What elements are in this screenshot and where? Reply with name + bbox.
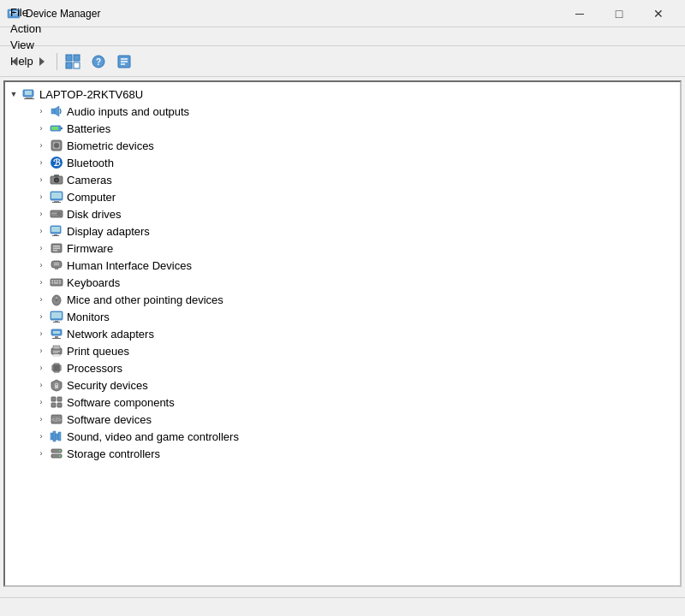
svg-rect-95 xyxy=(57,397,62,401)
svg-rect-74 xyxy=(53,346,60,349)
svg-rect-61 xyxy=(59,282,61,284)
update-button[interactable] xyxy=(112,50,136,74)
label-biometric: Biometric devices xyxy=(67,139,154,152)
svg-marker-21 xyxy=(55,106,59,116)
svg-rect-68 xyxy=(53,322,60,323)
tree-item-hid[interactable]: ›Human Interface Devices xyxy=(5,257,680,274)
icon-cameras xyxy=(50,173,63,187)
chevron-storage: › xyxy=(36,449,46,458)
svg-rect-76 xyxy=(53,352,58,353)
chevron-batteries: › xyxy=(36,124,46,133)
properties-button[interactable]: ? xyxy=(86,50,110,74)
icon-monitors xyxy=(50,310,63,323)
forward-icon xyxy=(34,55,48,68)
svg-point-107 xyxy=(59,455,61,457)
svg-rect-47 xyxy=(53,246,60,247)
forward-button[interactable] xyxy=(29,50,53,74)
tree-item-keyboards[interactable]: ›Keyboards xyxy=(5,274,680,291)
tree-view[interactable]: ▼ LAPTOP-2RKTV68U ›Audio inputs and outp… xyxy=(5,82,680,585)
icon-display xyxy=(50,224,63,238)
icon-keyboards xyxy=(50,275,63,289)
chevron-display: › xyxy=(36,227,46,235)
tree-item-monitors[interactable]: ›Monitors xyxy=(5,308,680,325)
svg-rect-9 xyxy=(74,62,80,68)
icon-audio xyxy=(50,104,63,118)
icon-computer xyxy=(50,190,63,204)
tree-item-sound[interactable]: ›Sound, video and game controllers xyxy=(5,428,680,445)
label-monitors: Monitors xyxy=(67,311,110,323)
svg-rect-17 xyxy=(25,91,32,95)
tree-item-processors[interactable]: ›Processors xyxy=(5,359,680,376)
svg-rect-49 xyxy=(53,250,57,252)
tree-item-storage[interactable]: ›Storage controllers xyxy=(5,445,680,462)
label-softwarecomp: Software components xyxy=(67,396,175,409)
icon-security xyxy=(50,378,63,392)
svg-rect-96 xyxy=(51,403,56,407)
svg-rect-55 xyxy=(51,281,53,282)
chevron-softwarecomp: › xyxy=(36,398,46,406)
tree-item-bluetooth[interactable]: ›ℬBluetooth xyxy=(5,154,680,171)
svg-rect-48 xyxy=(53,248,60,250)
icon-mice xyxy=(50,293,63,306)
label-hid: Human Interface Devices xyxy=(67,259,192,272)
tree-item-audio[interactable]: ›Audio inputs and outputs xyxy=(5,103,680,120)
tree-item-biometric[interactable]: ›Biometric devices xyxy=(5,137,680,154)
minimize-button[interactable]: ─ xyxy=(560,0,599,27)
tree-item-security[interactable]: ›Security devices xyxy=(5,376,680,394)
update-icon xyxy=(117,55,131,68)
svg-rect-6 xyxy=(66,55,72,61)
chevron-sound: › xyxy=(36,432,46,441)
back-icon xyxy=(9,55,22,68)
label-computer: Computer xyxy=(67,191,116,204)
svg-point-64 xyxy=(55,296,58,299)
tree-items: ›Audio inputs and outputs›Batteries›Biom… xyxy=(5,103,680,462)
svg-point-40 xyxy=(58,213,60,215)
label-mice: Mice and other pointing devices xyxy=(67,293,223,306)
chevron-keyboards: › xyxy=(36,278,46,287)
properties-icon: ? xyxy=(92,55,105,68)
svg-rect-57 xyxy=(57,281,58,282)
root-label: LAPTOP-2RKTV68U xyxy=(39,88,143,101)
svg-rect-51 xyxy=(54,263,59,264)
tree-item-print[interactable]: ›Print queues xyxy=(5,342,680,359)
tree-item-network[interactable]: ›Network adapters xyxy=(5,325,680,342)
tree-item-cameras[interactable]: ›Cameras xyxy=(5,171,680,188)
chevron-biometric: › xyxy=(36,141,46,150)
tree-item-firmware[interactable]: ›Firmware xyxy=(5,240,680,257)
icon-disk xyxy=(50,207,63,221)
svg-rect-100 xyxy=(51,433,53,440)
close-button[interactable]: ✕ xyxy=(639,0,678,27)
maximize-button[interactable]: □ xyxy=(599,0,639,27)
tree-item-computer[interactable]: ›Computer xyxy=(5,188,680,205)
computer-root-icon xyxy=(22,87,36,101)
icon-softwaredev: </> xyxy=(50,412,63,426)
back-button[interactable] xyxy=(3,50,27,74)
icon-storage xyxy=(50,447,63,460)
chevron-monitors: › xyxy=(36,312,46,321)
svg-rect-8 xyxy=(66,62,72,68)
menu-item-file[interactable]: File xyxy=(3,4,48,21)
showhide-icon xyxy=(65,54,80,69)
chevron-processors: › xyxy=(36,364,46,372)
svg-rect-35 xyxy=(51,192,62,198)
show-hide-button[interactable] xyxy=(61,50,85,74)
root-node[interactable]: ▼ LAPTOP-2RKTV68U xyxy=(5,86,680,103)
chevron-audio: › xyxy=(36,107,46,116)
svg-rect-66 xyxy=(51,312,62,318)
svg-rect-79 xyxy=(54,365,59,370)
tree-item-softwaredev[interactable]: ›</>Software devices xyxy=(5,411,680,428)
svg-rect-94 xyxy=(51,397,56,401)
svg-rect-7 xyxy=(74,55,80,61)
tree-item-mice[interactable]: ›Mice and other pointing devices xyxy=(5,291,680,308)
label-security: Security devices xyxy=(67,379,148,392)
tree-item-softwarecomp[interactable]: ›Software components xyxy=(5,394,680,411)
svg-marker-4 xyxy=(12,57,17,66)
label-cameras: Cameras xyxy=(67,174,112,187)
label-storage: Storage controllers xyxy=(67,447,160,460)
icon-processors xyxy=(50,361,63,375)
tree-item-display[interactable]: ›Display adapters xyxy=(5,222,680,240)
tree-item-disk[interactable]: ›Disk drives xyxy=(5,205,680,222)
menu-item-action[interactable]: Action xyxy=(3,21,48,37)
tree-item-batteries[interactable]: ›Batteries xyxy=(5,120,680,137)
chevron-hid: › xyxy=(36,261,46,270)
